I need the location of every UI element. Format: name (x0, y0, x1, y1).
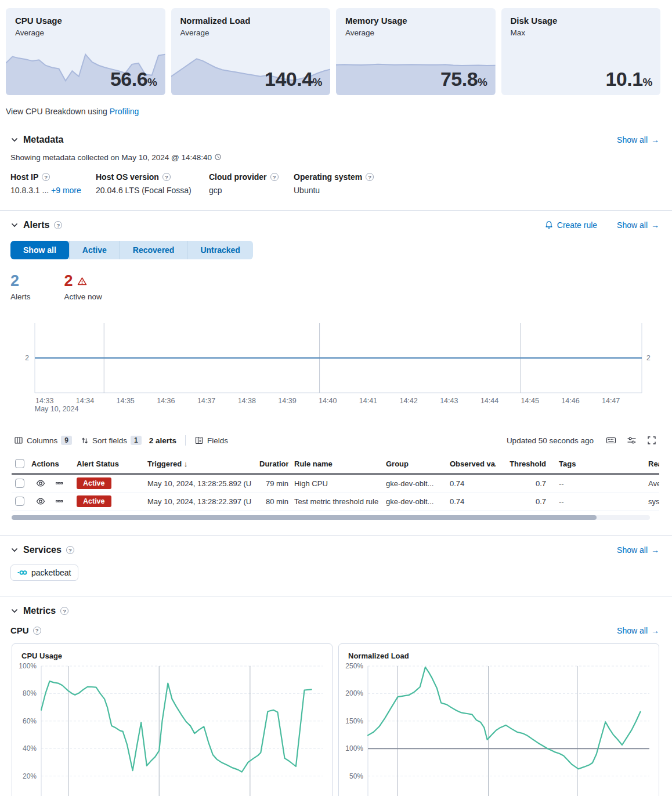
updated-status-text: Updated 50 seconds ago (507, 436, 594, 445)
kpi-title: CPU Usage (6, 8, 165, 26)
kpi-value: 140.4% (265, 68, 322, 91)
fullscreen-button[interactable] (644, 433, 659, 447)
alert-count-label: Active now (64, 292, 102, 301)
tab-show-all[interactable]: Show all (10, 241, 69, 259)
column-header-alert-status[interactable]: Alert Status (77, 459, 147, 468)
kpi-unit: % (313, 76, 322, 88)
profiling-link[interactable]: Profiling (110, 107, 139, 116)
observed-value-cell: 0.74 (444, 497, 496, 506)
tab-active[interactable]: Active (69, 241, 120, 259)
more-actions-icon[interactable] (55, 497, 64, 506)
column-header-group[interactable]: Group (380, 459, 444, 468)
metadata-field-host-os-version: Host OS version?20.04.6 LTS (Focal Fossa… (96, 172, 209, 195)
fields-button[interactable]: Fields (194, 436, 228, 445)
metadata-collected: Showing metadata collected on May 10, 20… (10, 153, 672, 162)
sort-fields-button[interactable]: Sort fields 1 (81, 436, 142, 445)
help-icon[interactable]: ? (60, 607, 68, 615)
eye-icon[interactable] (36, 497, 45, 506)
services-show-all-link[interactable]: Show all → (617, 545, 659, 555)
help-icon[interactable]: ? (66, 546, 74, 554)
svg-text:60%: 60% (23, 717, 37, 725)
column-header-threshold[interactable]: Threshold (496, 459, 546, 468)
metrics-cpu-subtitle: CPU (10, 625, 29, 635)
more-actions-icon[interactable] (55, 479, 64, 488)
kpi-title: Disk Usage (501, 8, 661, 26)
alerts-filter-tabs: Show allActiveRecoveredUntracked (10, 241, 253, 259)
alert-count-value: 2 (10, 273, 31, 289)
metadata-more-link[interactable]: +9 more (51, 186, 81, 195)
help-icon[interactable]: ? (270, 173, 279, 181)
duration-cell: 79 min (259, 479, 288, 488)
svg-text:200%: 200% (345, 689, 363, 697)
metadata-show-all-link[interactable]: Show all → (617, 135, 659, 144)
alerts-count-label: 2 alerts (149, 436, 176, 445)
alert-count-alerts: 2Alerts (10, 273, 31, 301)
alert-count-active-now: 2Active now (64, 273, 102, 301)
column-header-tags[interactable]: Tags (546, 459, 632, 468)
alerts-collapse-chevron-icon[interactable] (10, 221, 19, 229)
clock-icon[interactable] (215, 154, 221, 160)
row-checkbox[interactable] (15, 479, 24, 488)
svg-text:14:38: 14:38 (238, 397, 256, 405)
services-list: packetbeat (0, 555, 672, 581)
fullscreen-icon (647, 436, 656, 445)
svg-text:14:43: 14:43 (440, 397, 458, 405)
status-badge: Active (77, 477, 111, 489)
service-chip-packetbeat[interactable]: packetbeat (10, 565, 78, 581)
column-header-rule-name[interactable]: Rule name (288, 459, 380, 468)
scrollbar-thumb[interactable] (12, 515, 597, 520)
column-header-observed-va-[interactable]: Observed va... (444, 459, 496, 468)
kpi-title: Memory Usage (336, 8, 496, 26)
tags-cell: -- (546, 479, 632, 488)
display-options-button[interactable] (624, 433, 639, 447)
help-icon[interactable]: ? (366, 173, 374, 181)
row-checkbox[interactable] (15, 497, 24, 506)
help-icon[interactable]: ? (54, 221, 62, 229)
help-icon[interactable]: ? (33, 627, 41, 635)
alert-status-cell: Active (77, 495, 147, 507)
svg-text:14:45: 14:45 (521, 397, 539, 405)
kpi-row: CPU UsageAverage56.6%Normalized LoadAver… (0, 0, 672, 95)
service-chip-label: packetbeat (31, 568, 71, 577)
svg-text:100%: 100% (345, 744, 363, 752)
alerts-timeline-chart: 2214:33May 10, 202414:3414:3514:3614:371… (12, 321, 660, 414)
metric-chart-card-cpu-usage: CPU Usage0%20%40%60%80%100%14:30May 10, … (12, 643, 333, 796)
metrics-collapse-chevron-icon[interactable] (10, 607, 19, 615)
profiling-text: View CPU Breakdown using (6, 107, 107, 116)
keyboard-shortcuts-button[interactable] (604, 433, 619, 447)
column-header-actions[interactable]: Actions (31, 459, 77, 468)
alerts-show-all-link[interactable]: Show all → (617, 220, 659, 230)
row-select-cell (12, 479, 31, 488)
services-collapse-chevron-icon[interactable] (10, 546, 19, 554)
services-show-all-label: Show all (617, 545, 648, 555)
column-header-duration[interactable]: Duration (259, 459, 288, 468)
metadata-collapse-chevron-icon[interactable] (10, 136, 19, 144)
help-icon[interactable]: ? (162, 173, 171, 181)
eye-icon[interactable] (36, 479, 45, 488)
svg-text:14:47: 14:47 (602, 397, 620, 405)
kpi-value: 75.8% (440, 68, 487, 91)
bell-icon (544, 220, 554, 230)
alerts-table-toolbar: Columns 9 Sort fields 1 2 alerts Fields … (14, 433, 659, 447)
svg-text:14:35: 14:35 (117, 397, 135, 405)
group-cell: gke-dev-oblt... (380, 497, 444, 506)
metadata-collected-text: Showing metadata collected on May 10, 20… (10, 153, 212, 162)
metadata-fields: Host IP?10.8.3.1 ... +9 moreHost OS vers… (10, 172, 672, 195)
metrics-show-all-link[interactable]: Show all → (617, 626, 659, 635)
fields-icon (194, 436, 204, 445)
sort-fields-label: Sort fields (92, 436, 127, 445)
tab-recovered[interactable]: Recovered (120, 241, 187, 259)
group-cell: gke-dev-oblt... (380, 479, 444, 488)
toolbar-divider (185, 435, 186, 446)
select-all-checkbox[interactable] (15, 459, 24, 468)
create-rule-link[interactable]: Create rule (544, 220, 597, 230)
rule-name-cell: High CPU (288, 479, 380, 488)
tab-untracked[interactable]: Untracked (187, 241, 252, 259)
metadata-field-cloud-provider: Cloud provider?gcp (209, 172, 294, 195)
help-icon[interactable]: ? (42, 173, 50, 181)
column-header-rea[interactable]: Rea (632, 459, 659, 468)
metric-chart-title: Normalized Load (339, 644, 659, 660)
svg-text:100%: 100% (19, 662, 37, 670)
column-header-triggered[interactable]: Triggered ↓ (147, 459, 259, 468)
columns-button[interactable]: Columns 9 (14, 436, 72, 445)
